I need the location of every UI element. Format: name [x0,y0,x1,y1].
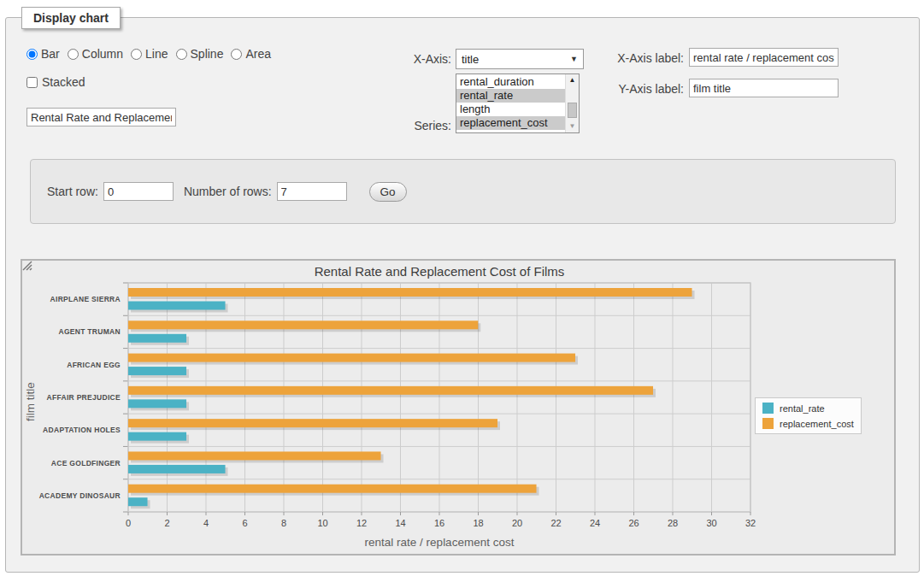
bar-replacement_cost-2 [128,354,575,362]
chart-type-option-column[interactable]: Column [68,47,123,61]
category-label: ACADEMY DINOSAUR [39,491,121,500]
x-tick-label: 14 [395,518,405,528]
legend-swatch-replacement_cost [762,418,774,429]
x-tick-label: 18 [473,518,483,528]
x-tick-label: 22 [550,518,561,528]
resize-handle-icon[interactable] [22,261,32,271]
legend-label: rental_rate [780,403,825,414]
bar-replacement_cost-5 [128,451,381,460]
start-row-label: Start row: [47,185,98,198]
bar-rental_rate-2 [128,367,186,375]
scrollbar-thumb[interactable] [568,103,577,118]
chart-title-input[interactable] [26,108,176,126]
chart-container: AIRPLANE SIERRAAGENT TRUMANAFRICAN EGGAF… [21,259,896,556]
legend-item-rental_rate: rental_rate [762,403,854,414]
y-axis-label-input[interactable] [689,79,839,97]
x-axis-field-label: X-Axis: [366,52,451,66]
chart-type-label-area: Area [245,47,271,61]
chart-type-option-line[interactable]: Line [131,47,168,61]
chart-type-option-bar[interactable]: Bar [26,47,60,61]
bar-rental_rate-4 [128,432,186,441]
x-tick-label: 10 [317,518,327,528]
stacked-checkbox[interactable] [26,77,38,88]
chart-type-label-column: Column [82,47,123,61]
x-tick-label: 0 [126,518,131,528]
chart-type-label-spline: Spline [191,47,224,61]
bar-rental_rate-1 [128,334,186,343]
num-rows-label: Number of rows: [184,185,272,198]
category-label: ACE GOLDFINGER [51,459,121,467]
bar-replacement_cost-6 [128,485,537,493]
category-label: ADAPTATION HOLES [43,426,121,434]
series-field-label: Series: [366,119,451,132]
x-tick-label: 30 [706,518,716,528]
chart-title: Rental Rate and Replacement Cost of Film… [315,264,565,279]
x-tick-label: 32 [745,518,756,528]
series-listbox-scrollbar[interactable]: ▲ ▼ [565,74,579,132]
chart-type-radio-area[interactable] [231,49,242,60]
bar-replacement_cost-0 [128,288,692,297]
legend-swatch-rental_rate [762,403,774,414]
start-row-input[interactable] [103,182,174,201]
chart-y-axis-label: film title [24,382,37,421]
x-axis-selected-value: title [462,53,479,66]
x-axis-select[interactable]: title ▼ [456,49,584,69]
series-option-list: rental_durationrental_ratelengthreplacem… [456,74,565,132]
x-tick-label: 16 [434,518,444,528]
series-listbox[interactable]: rental_durationrental_ratelengthreplacem… [456,73,580,133]
series-option-rental_duration[interactable]: rental_duration [456,75,565,89]
x-axis-label-field-label: X-Axis label: [598,51,684,65]
series-option-rental_rate[interactable]: rental_rate [456,89,565,103]
chart-type-option-area[interactable]: Area [231,47,271,61]
x-tick-label: 12 [356,518,367,528]
row-range-panel: Start row: Number of rows: Go [30,159,896,224]
chart-type-label-line: Line [145,47,168,61]
x-axis-label-input[interactable] [689,48,839,67]
panel-title: Display chart [21,7,121,29]
category-label: AFRICAN EGG [67,361,121,369]
category-label: AIRPLANE SIERRA [50,295,121,303]
y-axis-label-field-label: Y-Axis label: [598,82,684,96]
bar-rental_rate-3 [128,399,186,408]
go-button[interactable]: Go [369,182,407,202]
chart-type-radio-line[interactable] [131,49,142,60]
scroll-up-icon[interactable]: ▲ [566,74,579,86]
category-label: AGENT TRUMAN [58,327,121,336]
legend-label: replacement_cost [780,419,854,429]
x-tick-label: 4 [203,518,209,528]
series-option-length[interactable]: length [456,103,565,116]
chart-type-option-spline[interactable]: Spline [176,47,224,61]
chart-type-label-bar: Bar [41,47,60,61]
bar-replacement_cost-4 [128,419,497,427]
chart-legend: rental_ratereplacement_cost [755,397,862,434]
chevron-down-icon: ▼ [570,55,578,63]
scroll-down-icon[interactable]: ▼ [566,121,579,132]
x-tick-label: 8 [281,518,286,528]
series-option-replacement_cost[interactable]: replacement_cost [456,116,565,130]
x-tick-label: 6 [242,518,247,528]
chart-x-axis-label: rental rate / replacement cost [365,536,515,549]
x-tick-label: 20 [512,518,522,528]
bar-rental_rate-5 [128,465,226,473]
x-tick-label: 2 [164,518,169,528]
x-tick-label: 28 [668,518,678,528]
chart-type-radio-bar[interactable] [26,49,38,60]
x-tick-label: 24 [590,518,600,528]
stacked-option[interactable]: Stacked [26,75,85,89]
num-rows-input[interactable] [277,182,347,201]
legend-item-replacement_cost: replacement_cost [762,418,854,429]
stacked-label: Stacked [42,75,85,89]
bar-replacement_cost-1 [128,320,478,329]
chart-type-radio-spline[interactable] [176,49,187,60]
category-label: AFFAIR PREJUDICE [46,393,121,402]
bar-rental_rate-0 [128,302,226,310]
bar-replacement_cost-3 [128,386,653,395]
x-tick-label: 26 [628,518,639,528]
bar-rental_rate-6 [128,497,148,506]
chart-type-radio-group: Bar Column Line Spline Area [26,47,279,61]
chart-type-radio-column[interactable] [68,49,79,60]
